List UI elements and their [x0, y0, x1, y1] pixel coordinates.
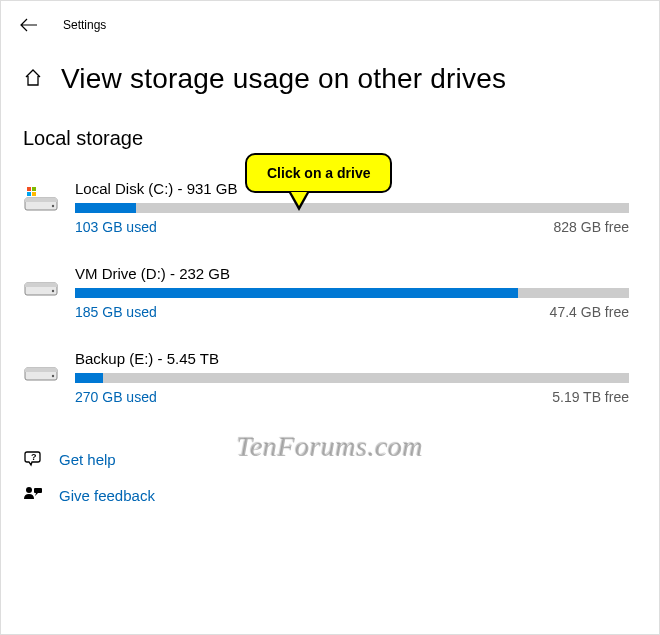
- drive-used: 185 GB used: [75, 304, 157, 320]
- help-links: ? Get help Give feedback: [1, 423, 659, 531]
- back-button[interactable]: [19, 15, 39, 35]
- svg-rect-15: [34, 488, 42, 493]
- link-label: Give feedback: [59, 487, 155, 504]
- drive-used: 270 GB used: [75, 389, 157, 405]
- help-icon: ?: [23, 449, 45, 469]
- drive-icon: [23, 180, 67, 219]
- get-help-link[interactable]: ? Get help: [23, 441, 637, 477]
- drive-free: 828 GB free: [554, 219, 630, 235]
- drive-usage-bar: [75, 288, 629, 298]
- drive-item[interactable]: Backup (E:) - 5.45 TB 270 GB used 5.19 T…: [23, 338, 637, 423]
- drive-free: 47.4 GB free: [550, 304, 629, 320]
- svg-rect-6: [32, 192, 36, 196]
- drive-usage-bar: [75, 373, 629, 383]
- window-title: Settings: [63, 18, 106, 32]
- svg-rect-8: [25, 283, 57, 287]
- page-header: View storage usage on other drives: [1, 45, 659, 109]
- drive-label: VM Drive (D:) - 232 GB: [75, 265, 629, 282]
- drive-used: 103 GB used: [75, 219, 157, 235]
- svg-rect-11: [25, 368, 57, 372]
- drive-body: Backup (E:) - 5.45 TB 270 GB used 5.19 T…: [67, 350, 637, 405]
- drive-usage-fill: [75, 288, 518, 298]
- drive-free: 5.19 TB free: [552, 389, 629, 405]
- svg-rect-4: [32, 187, 36, 191]
- home-icon: [23, 68, 45, 91]
- svg-point-14: [26, 487, 32, 493]
- callout-label: Click on a drive: [245, 153, 392, 193]
- back-arrow-icon: [20, 18, 38, 32]
- svg-rect-5: [27, 192, 31, 196]
- link-label: Get help: [59, 451, 116, 468]
- give-feedback-link[interactable]: Give feedback: [23, 477, 637, 513]
- svg-text:?: ?: [31, 452, 37, 462]
- drive-stats: 270 GB used 5.19 TB free: [75, 389, 629, 405]
- drive-stats: 103 GB used 828 GB free: [75, 219, 629, 235]
- drive-icon: [23, 350, 67, 389]
- drive-usage-fill: [75, 203, 136, 213]
- svg-point-9: [52, 290, 54, 292]
- feedback-icon: [23, 485, 45, 505]
- svg-point-12: [52, 375, 54, 377]
- svg-rect-3: [27, 187, 31, 191]
- drive-item[interactable]: VM Drive (D:) - 232 GB 185 GB used 47.4 …: [23, 253, 637, 338]
- callout-annotation: Click on a drive: [245, 153, 392, 211]
- drive-icon: [23, 265, 67, 304]
- titlebar: Settings: [1, 1, 659, 45]
- page-title: View storage usage on other drives: [61, 63, 506, 95]
- drive-stats: 185 GB used 47.4 GB free: [75, 304, 629, 320]
- drive-usage-fill: [75, 373, 103, 383]
- drive-label: Backup (E:) - 5.45 TB: [75, 350, 629, 367]
- svg-point-2: [52, 205, 54, 207]
- drive-body: VM Drive (D:) - 232 GB 185 GB used 47.4 …: [67, 265, 637, 320]
- svg-rect-1: [25, 198, 57, 202]
